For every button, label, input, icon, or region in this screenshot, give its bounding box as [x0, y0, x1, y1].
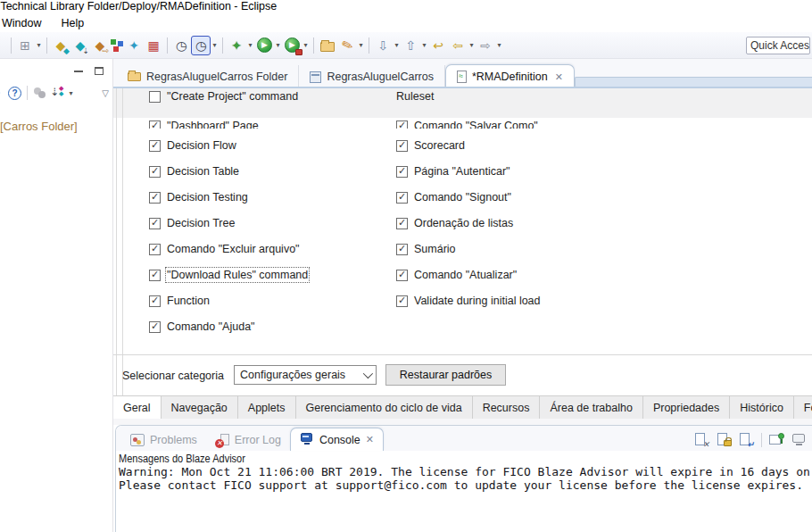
menu-help[interactable]: Help [52, 15, 91, 32]
close-icon[interactable]: ✕ [366, 434, 374, 445]
next-annotation-caret[interactable]: ▾ [393, 41, 401, 49]
previous-annotation-caret[interactable]: ▾ [420, 41, 428, 49]
console-output[interactable]: Mensagens do Blaze Advisor Warning: Mon … [116, 451, 812, 532]
debug-dropdown-caret[interactable]: ▾ [246, 41, 254, 49]
tab-navegacao[interactable]: Navegação [162, 396, 238, 419]
checkbox-label[interactable]: Decision Table [167, 165, 239, 178]
checkbox-decision-tree[interactable]: ✓ [149, 218, 161, 229]
tab-regras-folder[interactable]: RegrasAluguelCarros Folder [117, 65, 299, 88]
checkbox-label[interactable]: Comando "Atualizar" [414, 269, 517, 281]
checkbox-comando-signout[interactable]: ✓ [396, 192, 408, 204]
tab-problems[interactable]: Problems [121, 429, 206, 451]
checkbox-ordenacao-listas[interactable]: ✓ [396, 218, 408, 229]
checkbox-label[interactable]: Ruleset [396, 90, 434, 103]
tab-console[interactable]: Console ✕ [290, 428, 384, 451]
checkbox-comando-ajuda[interactable]: ✓ [149, 321, 161, 333]
run-secure-icon[interactable]: ▶ [282, 36, 302, 55]
checkbox-label[interactable]: Comando "Excluir arquivo" [167, 243, 300, 255]
link-with-editor-icon[interactable] [33, 87, 47, 99]
checkbox-label[interactable]: Decision Testing [167, 191, 248, 204]
checkbox-label[interactable]: Comando "Signout" [414, 191, 511, 204]
clipped-toolbar-icon[interactable]: ● [2, 36, 7, 55]
tab-applets[interactable]: Applets [238, 396, 296, 419]
pen-icon[interactable]: ✎ [337, 36, 357, 55]
clear-console-icon[interactable]: ✕ [694, 433, 709, 447]
sort-dropdown-caret[interactable]: ▾ [67, 89, 75, 97]
tab-recursos[interactable]: Recursos [473, 396, 541, 419]
previous-annotation-icon[interactable]: ⇧ [401, 36, 420, 55]
pin-console-icon[interactable] [769, 433, 784, 447]
checkbox-label[interactable]: "Dashboard" Page [167, 120, 259, 129]
checkbox-salvar-como[interactable]: ✓ [396, 121, 408, 129]
checkbox-label[interactable]: Comando "Ajuda" [167, 320, 255, 333]
quick-access-box[interactable]: Quick Access [746, 37, 810, 54]
restore-defaults-button[interactable]: Restaurar padrões [385, 364, 506, 386]
view-menu-icon[interactable]: ▽ [102, 88, 109, 98]
forward-dropdown-caret[interactable]: ▾ [495, 41, 503, 49]
category-combobox[interactable]: Configurações gerais [234, 365, 377, 385]
entity-diagram-icon[interactable] [110, 38, 124, 53]
stopwatch-dropdown-caret[interactable]: ▾ [211, 41, 219, 49]
tab-rmadefinition[interactable]: *RMADefinition ✕ [445, 64, 575, 88]
run-icon[interactable]: ▶ [254, 36, 274, 55]
tab-propriedades[interactable]: Propriedades [643, 396, 730, 419]
run-dropdown-caret[interactable]: ▾ [274, 41, 282, 49]
tab-historico[interactable]: Histórico [730, 396, 794, 419]
checkbox-download-rules[interactable]: ✓ [149, 270, 161, 281]
import-rules-icon[interactable]: ◆⇨ [90, 36, 110, 55]
help-icon[interactable]: ? [8, 87, 21, 100]
checkbox-label[interactable]: Decision Flow [167, 139, 236, 152]
form-scroll-channel[interactable] [116, 88, 123, 395]
checkbox-label[interactable]: Function [167, 295, 210, 307]
checkbox-label[interactable]: Página "Autenticar" [414, 165, 510, 178]
last-edit-location-icon[interactable]: ↩ [428, 36, 448, 55]
menu-window[interactable]: Window [0, 15, 48, 32]
rule-cards-icon[interactable]: ▦ [144, 36, 163, 55]
tab-geral[interactable]: Geral [113, 396, 162, 419]
checkbox-dashboard-page[interactable]: ✓ [149, 121, 161, 129]
forward-icon[interactable]: ⇨ [476, 36, 495, 55]
tab-area-de-trabalho[interactable]: Área de trabalho [540, 396, 642, 419]
checkbox-comando-atualizar[interactable]: ✓ [396, 270, 408, 281]
close-icon[interactable]: ✕ [555, 71, 563, 83]
checkbox-label[interactable]: Comando "Salvar Como" [414, 120, 538, 129]
clipped-panel-icon[interactable]: ◆ [0, 86, 5, 100]
stopwatch-icon[interactable]: ◷ [171, 36, 191, 55]
checkbox-create-project[interactable] [149, 91, 161, 103]
minimize-button[interactable] [73, 66, 83, 75]
next-annotation-icon[interactable]: ⇩ [373, 36, 393, 55]
checkbox-scorecard[interactable]: ✓ [396, 140, 408, 152]
tab-fonte-xml[interactable]: Fonte XML [794, 396, 812, 419]
working-set-label[interactable]: [Carros Folder] [0, 104, 112, 133]
checkbox-pagina-autenticar[interactable]: ✓ [396, 166, 408, 178]
word-wrap-icon[interactable]: ↵ [739, 433, 754, 447]
open-folder-icon[interactable] [318, 36, 337, 55]
checkbox-decision-testing[interactable]: ✓ [149, 192, 161, 204]
checkbox-excluir-arquivo[interactable]: ✓ [149, 244, 161, 255]
debug-icon[interactable]: ✦ [227, 36, 246, 55]
open-perspective-icon[interactable]: ⊞ [15, 36, 35, 55]
stopwatch-window-icon[interactable]: ◷ [191, 36, 211, 55]
tab-gerenciamento-ciclo-vida[interactable]: Gerenciamento do ciclo de vida [296, 396, 473, 419]
sort-icon[interactable]: ⇣◆◆ [50, 86, 64, 100]
perspective-dropdown-caret[interactable]: ▾ [35, 41, 43, 49]
checkbox-label[interactable]: Ordenação de listas [414, 217, 513, 229]
checkbox-label[interactable]: Validate during initial load [414, 295, 541, 307]
checkbox-validate-initial-load[interactable]: ✓ [396, 295, 408, 307]
checkbox-sumario[interactable]: ✓ [396, 244, 408, 255]
maximize-button[interactable] [94, 66, 104, 75]
tab-error-log[interactable]: ✕ Error Log [206, 429, 290, 451]
back-dropdown-caret[interactable]: ▾ [468, 41, 476, 49]
back-icon[interactable]: ⇦ [448, 36, 468, 55]
checkbox-label[interactable]: "Create Project" command [167, 90, 298, 103]
pen-dropdown-caret[interactable]: ▾ [357, 41, 365, 49]
sync-repository-icon[interactable]: ◆⇣ [70, 36, 90, 55]
run-secure-dropdown-caret[interactable]: ▾ [302, 41, 310, 49]
checkbox-decision-table[interactable]: ✓ [149, 166, 161, 178]
checkbox-function[interactable]: ✓ [149, 295, 161, 307]
open-console-icon[interactable] [791, 433, 807, 447]
checkbox-label[interactable]: Decision Tree [167, 217, 235, 229]
tab-regras[interactable]: RegrasAluguelCarros [299, 65, 445, 88]
scatter-structure-icon[interactable]: ✦ [124, 36, 144, 55]
checkbox-label-focused[interactable]: "Download Rules" command [167, 269, 308, 281]
